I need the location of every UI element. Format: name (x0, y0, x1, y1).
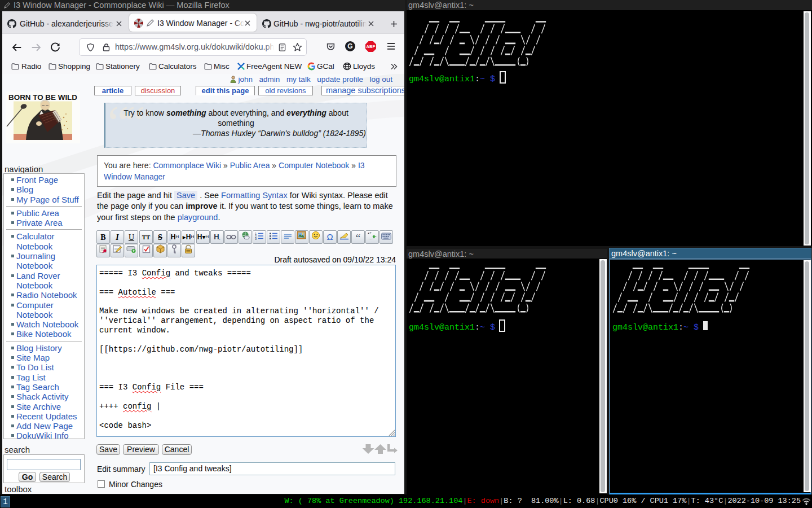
svg-text:…: … (368, 235, 373, 240)
svg-text:BORN TO BE WILD: BORN TO BE WILD (8, 93, 77, 102)
svg-text:3: 3 (255, 237, 257, 240)
